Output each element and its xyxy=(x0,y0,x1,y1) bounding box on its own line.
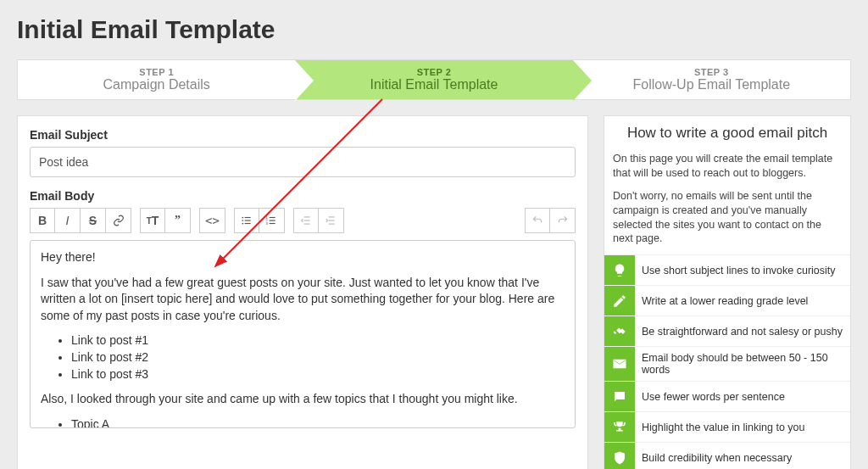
step-num: STEP 1 xyxy=(139,67,174,77)
comment-icon xyxy=(604,382,635,411)
tip-row: Write at a lower reading grade level xyxy=(604,285,850,315)
svg-line-0 xyxy=(221,99,382,260)
outdent-button[interactable] xyxy=(293,208,319,233)
editor-panel: Email Subject Email Body B I S TT ” xyxy=(17,115,588,469)
tip-text: Write at a lower reading grade level xyxy=(635,290,850,312)
indent-button[interactable] xyxy=(319,208,344,233)
step-num: STEP 2 xyxy=(417,67,452,77)
ul-icon xyxy=(241,215,253,226)
step-label: Initial Email Template xyxy=(370,77,498,92)
outdent-icon xyxy=(300,215,312,226)
link-button[interactable] xyxy=(106,208,131,233)
trophy-icon xyxy=(604,412,635,442)
tip-row: Use short subject lines to invoke curios… xyxy=(604,254,850,285)
redo-button[interactable] xyxy=(550,208,576,233)
strikethrough-button[interactable]: S xyxy=(81,208,106,233)
body-greeting: Hey there! xyxy=(41,249,565,266)
ordered-list-button[interactable]: 123 xyxy=(259,208,285,233)
envelope-icon xyxy=(604,347,635,381)
svg-rect-4 xyxy=(245,220,251,221)
svg-rect-6 xyxy=(245,223,251,224)
tip-text: Build credibility when necessary xyxy=(635,447,850,469)
handshake-icon xyxy=(604,316,635,346)
tip-text: Use fewer words per sentence xyxy=(635,386,850,408)
indent-icon xyxy=(325,215,337,226)
link-icon xyxy=(113,215,125,226)
editor-toolbar: B I S TT ” <> xyxy=(30,208,576,233)
unordered-list-button[interactable] xyxy=(234,208,259,233)
tip-text: Email body should be between 50 - 150 wo… xyxy=(635,347,850,381)
step-label: Follow-Up Email Template xyxy=(633,77,791,92)
step-label: Campaign Details xyxy=(103,77,210,92)
bold-button[interactable]: B xyxy=(30,208,55,233)
step-campaign-details[interactable]: STEP 1 Campaign Details xyxy=(18,60,295,99)
email-body-editor[interactable]: Hey there! I saw that you've had a few g… xyxy=(30,240,576,428)
body-para2: Also, I looked through your site and cam… xyxy=(41,391,565,408)
svg-point-1 xyxy=(242,217,243,219)
svg-text:3: 3 xyxy=(266,221,269,226)
list-item: Topic A xyxy=(71,416,565,428)
tip-row: Build credibility when necessary xyxy=(604,442,850,469)
svg-rect-10 xyxy=(270,220,275,221)
svg-point-3 xyxy=(242,220,243,221)
email-body-label: Email Body xyxy=(30,189,576,203)
pencil-icon xyxy=(604,286,635,315)
tip-row: Use fewer words per sentence xyxy=(604,381,850,411)
svg-point-5 xyxy=(242,223,243,225)
sidebar-intro2: Don't worry, no emails will be sent unti… xyxy=(604,189,850,247)
sidebar-title: How to write a good email pitch xyxy=(604,125,850,142)
body-links-list: Link to post #1 Link to post #2 Link to … xyxy=(41,332,565,382)
italic-button[interactable]: I xyxy=(55,208,81,233)
tip-text: Highlight the value in linking to you xyxy=(635,416,850,438)
tips-sidebar: How to write a good email pitch On this … xyxy=(604,115,851,469)
ol-icon: 123 xyxy=(265,215,277,226)
undo-button[interactable] xyxy=(525,208,550,233)
email-subject-input[interactable] xyxy=(30,147,576,177)
sidebar-intro1: On this page you will create the email t… xyxy=(604,152,850,181)
svg-rect-8 xyxy=(270,217,275,218)
undo-icon xyxy=(531,215,543,226)
svg-rect-2 xyxy=(245,217,251,218)
step-initial-email[interactable]: STEP 2 Initial Email Template xyxy=(295,60,572,99)
svg-rect-12 xyxy=(270,223,275,224)
redo-icon xyxy=(557,215,569,226)
tip-text: Use short subject lines to invoke curios… xyxy=(635,260,850,282)
body-para1: I saw that you've had a few great guest … xyxy=(41,275,565,325)
font-size-button[interactable]: TT xyxy=(140,208,165,233)
code-button[interactable]: <> xyxy=(199,208,225,233)
list-item: Link to post #2 xyxy=(71,349,565,366)
list-item: Link to post #1 xyxy=(71,332,565,349)
tip-row: Email body should be between 50 - 150 wo… xyxy=(604,346,850,381)
tip-text: Be straightforward and not salesy or pus… xyxy=(635,321,850,343)
lightbulb-icon xyxy=(604,255,635,285)
blockquote-button[interactable]: ” xyxy=(165,208,191,233)
tip-row: Highlight the value in linking to you xyxy=(604,411,850,442)
steps-nav: STEP 1 Campaign Details STEP 2 Initial E… xyxy=(17,59,851,100)
step-follow-up[interactable]: STEP 3 Follow-Up Email Template xyxy=(573,60,850,99)
body-topics-list: Topic A Topic B Topic C xyxy=(41,416,565,428)
tip-row: Be straightforward and not salesy or pus… xyxy=(604,315,850,346)
shield-icon xyxy=(604,443,635,469)
list-item: Link to post #3 xyxy=(71,366,565,383)
email-subject-label: Email Subject xyxy=(30,128,576,142)
page-title: Initial Email Template xyxy=(17,15,851,44)
step-num: STEP 3 xyxy=(694,67,729,77)
